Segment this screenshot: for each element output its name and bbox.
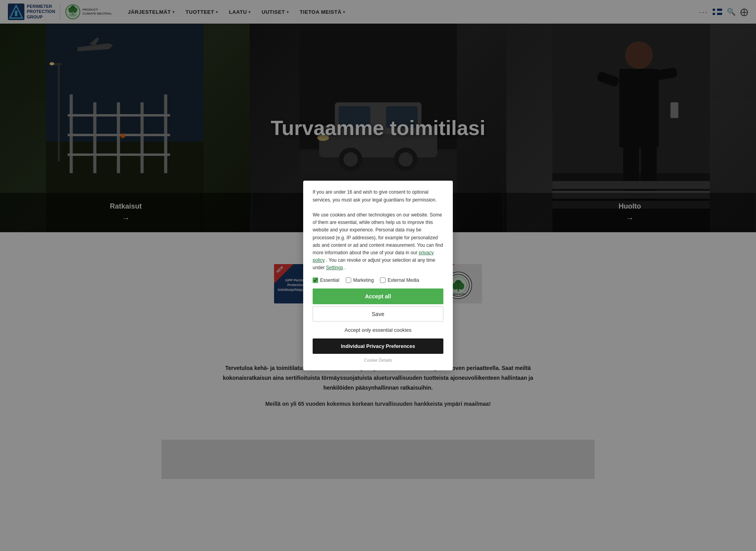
cookie-checkboxes: Essential Marketing External Media (313, 277, 443, 283)
cookie-modal: If you are under 16 and wish to give con… (303, 181, 453, 370)
essential-label: Essential (320, 277, 339, 283)
marketing-label: Marketing (353, 277, 374, 283)
cookie-modal-overlay: If you are under 16 and wish to give con… (0, 0, 756, 479)
accept-essential-only-button[interactable]: Accept only essential cookies (313, 324, 443, 336)
external-media-checkbox-label[interactable]: External Media (380, 277, 419, 283)
cookie-details-button[interactable]: Cookie Details (313, 356, 443, 364)
marketing-checkbox-label[interactable]: Marketing (346, 277, 374, 283)
essential-checkbox[interactable] (313, 277, 318, 283)
marketing-checkbox[interactable] (346, 277, 351, 283)
external-media-label: External Media (387, 277, 419, 283)
essential-checkbox-label[interactable]: Essential (313, 277, 339, 283)
cookie-modal-text: If you are under 16 and wish to give con… (313, 189, 443, 272)
settings-link[interactable]: Settings (326, 265, 343, 270)
individual-privacy-button[interactable]: Individual Privacy Preferences (313, 338, 443, 354)
save-button[interactable]: Save (313, 307, 443, 322)
external-media-checkbox[interactable] (380, 277, 385, 283)
accept-all-button[interactable]: Accept all (313, 288, 443, 304)
